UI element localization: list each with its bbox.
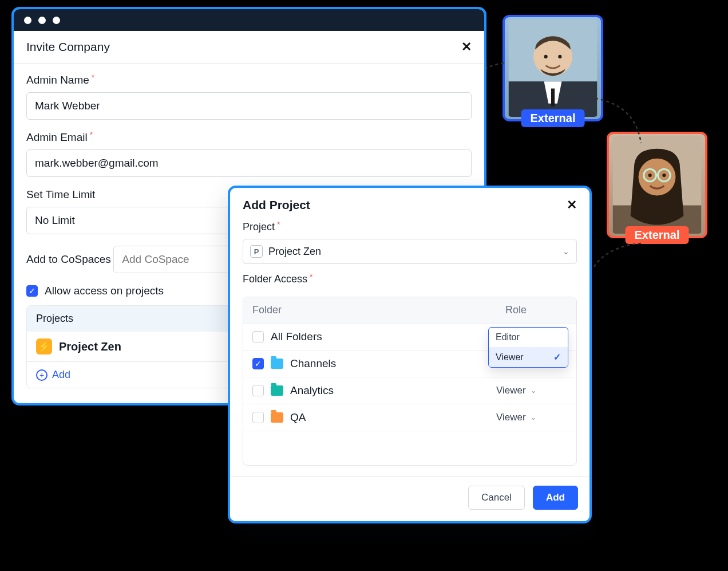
col-folder: Folder [243,297,496,323]
external-badge: External [626,226,689,244]
project-label: Project* [243,221,280,233]
avatar [611,136,703,234]
close-icon[interactable]: ✕ [567,199,577,211]
check-icon: ✓ [553,352,561,363]
role-select[interactable]: Viewer⌄ [496,378,576,403]
checkbox-icon: ✓ [26,285,38,297]
allow-projects-label: Allow access on projects [45,285,164,297]
folder-access-label: Folder Access* [243,273,313,285]
admin-email-label: Admin Email* [26,131,93,144]
role-option-viewer[interactable]: Viewer✓ [489,347,568,367]
table-row: QA Viewer⌄ [243,404,576,431]
time-limit-label: Set Time Limit [26,188,95,201]
folder-name: Analytics [290,384,334,397]
modal-title: Add Project [243,198,310,212]
window-dot [53,17,60,24]
modal-title: Invite Company [26,40,110,54]
modal-header: Add Project ✕ [230,188,589,216]
admin-name-input[interactable] [26,92,472,120]
folder-name: QA [290,411,306,424]
cospaces-label: Add to CoSpaces [26,253,111,266]
row-checkbox[interactable]: ✓ [252,358,264,369]
add-project-modal: Add Project ✕ Project* P Project Zen ⌄ F… [228,186,592,523]
svg-point-14 [662,174,666,177]
admin-name-label: Admin Name* [26,74,94,86]
external-user-card: External [503,15,603,121]
window-titlebar [14,9,484,31]
role-option-editor[interactable]: Editor [489,328,568,347]
external-user-card: External [607,132,707,238]
role-select[interactable]: Viewer⌄ [496,405,576,430]
empty-row [243,431,576,465]
row-checkbox[interactable] [252,385,264,396]
svg-point-6 [558,55,561,58]
add-label: Add [52,369,70,381]
plus-circle-icon: + [36,369,48,381]
table-header: Folder Role [243,297,576,323]
modal-footer: Cancel Add [230,476,589,521]
col-role: Role [496,297,576,323]
cancel-button[interactable]: Cancel [468,486,525,510]
table-row: Analytics Viewer⌄ [243,377,576,404]
folder-icon [271,412,283,423]
folder-access-table: Folder Role All Folders Viewer⌄ ✓ Channe… [243,297,577,466]
project-item-label: Project Zen [59,340,121,353]
project-select-value: Project Zen [268,246,321,258]
row-checkbox[interactable] [252,331,264,342]
svg-rect-3 [551,89,555,107]
close-icon[interactable]: ✕ [461,41,472,53]
window-dot [38,17,46,24]
chevron-down-icon: ⌄ [531,414,536,422]
folder-name: All Folders [271,330,322,343]
role-dropdown: Editor Viewer✓ [488,327,568,368]
folder-name: Channels [290,357,336,370]
folder-icon [271,359,283,369]
lightning-icon: ⚡ [36,338,52,355]
svg-point-5 [544,55,548,58]
add-button[interactable]: Add [533,486,578,510]
svg-point-13 [648,174,652,177]
folder-icon [271,385,283,396]
admin-email-input[interactable] [26,149,472,177]
avatar [507,19,599,117]
modal-header: Invite Company ✕ [14,31,484,64]
project-select[interactable]: P Project Zen ⌄ [243,239,577,264]
row-checkbox[interactable] [252,412,264,423]
external-badge: External [521,109,585,127]
connector-arrow [589,241,647,275]
project-badge-icon: P [250,245,263,258]
chevron-down-icon: ⌄ [563,247,569,256]
window-dot [24,17,31,24]
chevron-down-icon: ⌄ [531,387,536,395]
